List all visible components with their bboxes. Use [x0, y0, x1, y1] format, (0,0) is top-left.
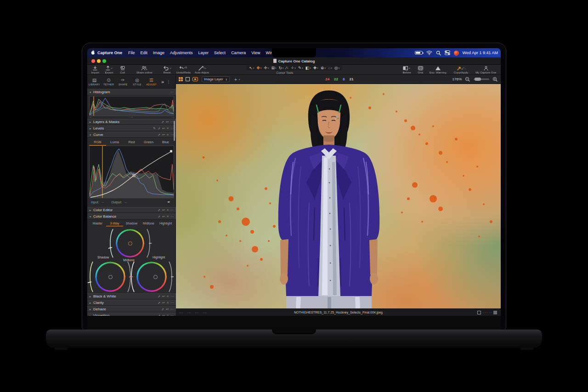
picker-tool[interactable]: ✧▾ [290, 66, 297, 70]
add-layer-button[interactable]: ＋▾ [233, 76, 240, 83]
more-icon[interactable]: ⋯ [170, 215, 174, 218]
multi-view-icon[interactable] [179, 77, 183, 81]
copy-adjustments-icon[interactable]: ➚ [158, 127, 160, 130]
wifi-icon[interactable] [426, 50, 432, 55]
panel-scrollbar[interactable] [174, 121, 175, 141]
pick-icon[interactable]: ✎ [153, 127, 156, 130]
single-view-icon[interactable] [186, 77, 190, 81]
menu-select[interactable]: Select [214, 50, 226, 55]
grid-button[interactable]: Grid [415, 66, 425, 74]
midtone-wheel-cursor[interactable] [128, 241, 132, 246]
presets-icon[interactable]: ≡ [167, 127, 169, 130]
copy-adjustments-icon[interactable]: ➚ [158, 133, 160, 137]
cb-tab-3way[interactable]: 3-Way [106, 221, 123, 226]
curve-tab-red[interactable]: Red [123, 139, 140, 146]
presets-icon[interactable]: ≡ [167, 215, 169, 218]
tab-shape[interactable]: ✑SHAPE [116, 78, 130, 86]
undo-redo-button[interactable]: Undo/Redo [176, 66, 191, 74]
menu-camera[interactable]: Camera [231, 50, 246, 55]
panel-header-color-editor[interactable]: ▸ Color Editor ➚↩≡⋯ [87, 207, 176, 213]
menu-clock[interactable]: Wed Apr 1 9:41 AM [463, 50, 498, 55]
reset-icon[interactable]: ↩ [162, 208, 165, 212]
presets-icon[interactable]: ≡ [167, 301, 169, 305]
menu-layer[interactable]: Layer [198, 50, 209, 55]
heal-tool[interactable]: ✚▾ [312, 66, 319, 70]
curve-picker-icon[interactable]: ✒ [167, 200, 170, 204]
footer-rating-dots[interactable]: · · · · · [483, 311, 492, 314]
cb-tab-highlight[interactable]: Highlight [157, 221, 174, 226]
more-icon[interactable]: ⋯ [170, 208, 174, 212]
menu-edit[interactable]: Edit [141, 50, 148, 55]
share-online-button[interactable]: Share online [136, 66, 153, 74]
shadow-wheel-cursor[interactable] [108, 275, 113, 279]
curve-graph[interactable] [89, 146, 174, 198]
panel-header-layers[interactable]: ▸ Layers & Masks ➚↩⋯ [87, 119, 176, 125]
tab-tether[interactable]: ⊙TETHER [102, 78, 116, 86]
cb-tab-master[interactable]: Master [89, 221, 106, 226]
copy-adjustments-icon[interactable]: ➚ [161, 308, 164, 311]
clone-tool[interactable]: ⊕▾ [320, 66, 327, 70]
select-tool[interactable]: ↖▾ [248, 66, 255, 70]
erase-tool[interactable]: ◌▾ [327, 66, 333, 70]
curve-tab-luma[interactable]: Luma [106, 139, 123, 146]
exposure-warning-button[interactable]: Exp. Warning [429, 66, 447, 74]
zoom-out-icon[interactable] [465, 77, 470, 82]
zoom-slider[interactable] [474, 78, 489, 80]
tab-library[interactable]: ▤LIBRARY [87, 78, 102, 86]
menu-image[interactable]: Image [153, 50, 164, 55]
curve-tab-blue[interactable]: Blue [157, 139, 174, 146]
menu-app-name[interactable]: Capture One [97, 50, 122, 55]
footer-frame-icon[interactable] [477, 311, 481, 314]
presets-icon[interactable]: ≡ [167, 208, 169, 212]
copy-apply-button[interactable]: Copy/Apply [453, 66, 469, 74]
draw-mask-tool[interactable]: ✎▾ [297, 66, 304, 70]
gradient-mask-tool[interactable]: ◧▾ [305, 66, 312, 70]
more-icon[interactable]: ⋯ [170, 295, 174, 298]
cull-button[interactable]: Cull [118, 66, 128, 74]
layer-select[interactable]: Image Layer ▲▼ [202, 76, 230, 82]
reset-icon[interactable]: ↩ [162, 215, 165, 218]
export-button[interactable]: Export [104, 66, 114, 74]
panel-header-levels[interactable]: ▸ Levels ✎➚↩≡⋯ [87, 125, 176, 131]
panel-header-curve[interactable]: ▾ Curve ➚↩≡⋯ [87, 132, 176, 138]
zoom-in-icon[interactable] [492, 77, 498, 82]
midtone-right-slider[interactable] [146, 228, 153, 258]
reset-icon[interactable]: ↩ [166, 120, 169, 124]
crop-tool[interactable]: ⊞▾ [270, 66, 277, 70]
panel-header-clarity[interactable]: ▸ Clarity ➚↩≡⋯ [87, 300, 176, 306]
panel-header-black-white[interactable]: ▸ Black & White ➚↩≡⋯ [87, 293, 176, 299]
panel-header-histogram[interactable]: ▾ Histogram ⋯ [87, 89, 176, 95]
reset-icon[interactable]: ↩ [162, 127, 165, 130]
window-titlebar[interactable]: Capture One Catalog [87, 57, 501, 65]
photo-canvas[interactable] [176, 84, 501, 308]
presets-icon[interactable]: ≡ [167, 295, 169, 298]
apple-menu-icon[interactable] [90, 50, 95, 56]
reset-icon[interactable]: ↩ [166, 308, 169, 311]
menu-view[interactable]: View [251, 50, 260, 55]
curve-tab-rgb[interactable]: RGB [89, 139, 106, 146]
reset-icon[interactable]: ↩ [162, 301, 165, 305]
straighten-tool[interactable]: ∕▾ [285, 66, 289, 70]
highlight-right-slider[interactable] [168, 261, 175, 293]
copy-adjustments-icon[interactable]: ➚ [158, 208, 160, 212]
move-tool[interactable]: ✛▾ [263, 66, 270, 70]
reset-button[interactable]: Reset [162, 66, 172, 74]
highlight-wheel-cursor[interactable] [153, 275, 158, 279]
more-icon[interactable]: ⋯ [170, 127, 174, 130]
footer-color-tag-icon[interactable] [493, 311, 497, 314]
control-center-icon[interactable] [445, 50, 450, 55]
more-icon[interactable]: ⋯ [170, 90, 174, 94]
shadow-left-slider[interactable] [87, 261, 94, 293]
rotate-tool[interactable]: ↻▾ [278, 66, 285, 70]
more-icon[interactable]: ⋯ [170, 301, 174, 305]
capture-one-menu-extra-icon[interactable] [454, 50, 459, 56]
midtone-left-slider[interactable] [107, 228, 114, 258]
copy-adjustments-icon[interactable]: ➚ [161, 120, 164, 124]
import-button[interactable]: Import [90, 66, 100, 74]
menu-adjustments[interactable]: Adjustments [170, 50, 193, 55]
hand-tool[interactable]: ✥▾ [255, 66, 262, 70]
highlight-left-slider[interactable] [129, 261, 135, 293]
search-icon[interactable] [436, 50, 441, 56]
menu-file[interactable]: File [128, 50, 135, 55]
cb-tab-shadow[interactable]: Shadow [123, 221, 140, 226]
